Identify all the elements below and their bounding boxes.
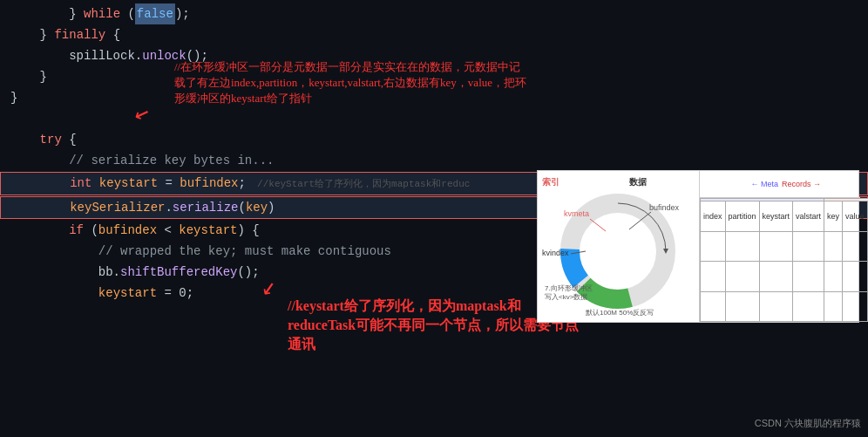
cell-10 [759, 262, 793, 292]
code-indent [10, 3, 69, 24]
cell-9 [725, 262, 759, 292]
keyword-false: false [135, 3, 175, 24]
table-header-row: ← Meta Records → [700, 171, 860, 198]
svg-text:kvindex: kvindex [542, 249, 569, 257]
cell-2 [725, 231, 759, 262]
diagram-table: index partition keystart valstart key va… [700, 198, 868, 322]
annotation-2-text: //keystart给了序列化，因为maptask和reduceTask可能不再… [288, 298, 579, 352]
cell-5 [824, 231, 843, 262]
diagram-right: ← Meta Records → index partition [699, 171, 860, 322]
annotation-1-text: //在环形缓冲区一部分是元数据一部分是实实在在的数据，元数据中记载了有左边ind… [174, 60, 526, 105]
code-editor: } while (false); } finally { spillLock.u… [0, 0, 868, 437]
svg-line-7 [590, 219, 606, 231]
col-valstart: valstart [793, 201, 824, 232]
code-line-6 [0, 108, 868, 129]
cell-3 [759, 231, 793, 262]
svg-text:bufindex: bufindex [649, 203, 680, 212]
cell-16 [725, 291, 759, 322]
cell-17 [759, 291, 793, 322]
table-row-3 [701, 262, 869, 292]
ring-area: 索引 数据 [538, 170, 699, 323]
cell-13 [843, 262, 868, 292]
cell-6 [843, 231, 868, 262]
cell-20 [843, 291, 868, 322]
meta-label: ← Meta [703, 174, 778, 195]
csdn-label: CSDN [755, 418, 782, 428]
col-keystart: keystart [759, 201, 793, 232]
cell-12 [824, 262, 843, 292]
svg-text:写入<kv>数据: 写入<kv>数据 [545, 293, 587, 301]
col-partition: partition [725, 201, 759, 232]
code-line-8: // serialize key bytes in... [0, 150, 868, 171]
col-index: index [701, 201, 726, 232]
svg-point-3 [589, 222, 647, 280]
ring-svg: bufindex kvmeta kvindex 7.向环形缓冲区 写入<kv>数… [538, 186, 699, 321]
cell-1 [701, 231, 726, 262]
diagram-overlay: 索引 数据 [537, 170, 859, 323]
cell-11 [793, 262, 824, 292]
cell-8 [701, 262, 726, 292]
author-label: 六块腹肌的程序猿 [784, 418, 861, 428]
col-key: key [824, 201, 843, 232]
cell-18 [793, 291, 824, 322]
table-row-1: index partition keystart valstart key va… [701, 201, 869, 232]
col-value: value [843, 201, 868, 232]
table-row-2 [701, 231, 869, 262]
code-line-7: try { [0, 129, 868, 150]
diagram-left: 索引 数据 [538, 171, 699, 322]
cell-4 [793, 231, 824, 262]
code-line-2: } finally { [0, 24, 868, 45]
watermark: CSDN 六块腹肌的程序猿 [755, 413, 861, 434]
table-row-4 [701, 291, 869, 322]
svg-text:7.向环形缓冲区: 7.向环形缓冲区 [545, 284, 593, 292]
code-line-1: } while (false); [0, 3, 868, 24]
records-label: Records → [782, 174, 857, 195]
diagram-inner: 索引 数据 [538, 171, 858, 322]
svg-text:默认100M   50%反反写: 默认100M 50%反反写 [585, 309, 654, 317]
cell-19 [824, 291, 843, 322]
cell-15 [701, 291, 726, 322]
annotation-1: //在环形缓冲区一部分是元数据一部分是实实在在的数据，元数据中记载了有左边ind… [174, 59, 532, 106]
svg-text:kvmeta: kvmeta [564, 209, 589, 218]
